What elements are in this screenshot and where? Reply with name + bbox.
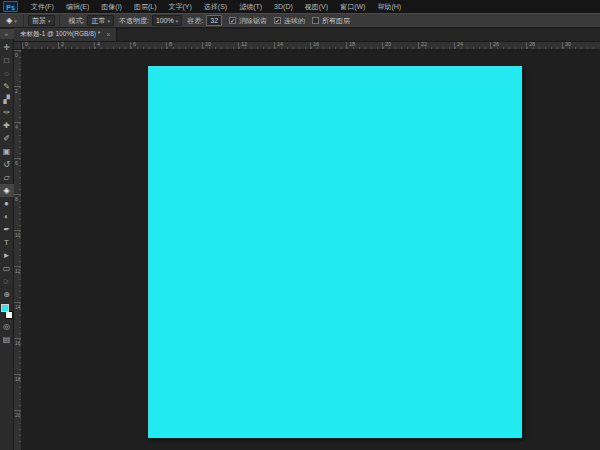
tool-icon: □ xyxy=(4,56,9,65)
tool-button-shape[interactable]: ▭ xyxy=(0,262,14,275)
tool-button-zoom[interactable]: ⊕ xyxy=(0,288,14,301)
document-tab[interactable]: 未标题-1 @ 100%(RGB/8) * × xyxy=(14,28,117,41)
ruler-tick-label: 18 xyxy=(15,376,21,382)
foreground-color-swatch[interactable] xyxy=(1,304,9,312)
ruler-tick: 20 xyxy=(382,42,418,50)
quick-mask-button[interactable]: ◎ xyxy=(0,320,14,333)
tolerance-label: 容差: xyxy=(187,16,203,26)
ruler-tick-label: 20 xyxy=(15,412,21,418)
checkbox-label: 消除锯齿 xyxy=(239,16,267,26)
ruler-tick-label: 4 xyxy=(15,124,18,130)
ruler-tick: 8 xyxy=(166,42,202,50)
ruler-tick-label: 26 xyxy=(493,42,499,47)
tool-button-move[interactable]: ✛ xyxy=(0,41,14,54)
tool-icon: ◐ xyxy=(4,212,9,221)
tool-button-eraser[interactable]: ▱ xyxy=(0,171,14,184)
menu-item[interactable]: 帮助(H) xyxy=(371,0,407,13)
vertical-ruler[interactable]: 0 2 4 6 8 10 12 14 16 18 20 xyxy=(14,50,22,450)
tool-icon: ↺ xyxy=(3,160,10,169)
tool-button-lasso[interactable]: ◌ xyxy=(0,67,14,80)
paint-bucket-tool-preset[interactable]: ◈ ▾ xyxy=(0,14,24,27)
tool-icon: ✚ xyxy=(3,121,10,130)
ruler-tick-label: 2 xyxy=(15,88,18,94)
menu-item[interactable]: 图层(L) xyxy=(128,0,163,13)
tool-button-paint-bucket[interactable]: ◈ xyxy=(0,184,14,197)
tool-icon: ► xyxy=(3,251,11,260)
ruler-tick-label: 6 xyxy=(133,42,136,47)
ruler-tick: 2 xyxy=(58,42,94,50)
ruler-tick: 22 xyxy=(418,42,454,50)
tool-icon: ✒ xyxy=(3,225,10,234)
tool-button-dodge[interactable]: ◐ xyxy=(0,210,14,223)
ruler-tick-label: 2 xyxy=(61,42,64,47)
tool-button-brush[interactable]: ✐ xyxy=(0,132,14,145)
canvas[interactable] xyxy=(148,66,522,438)
menu-item[interactable]: 编辑(E) xyxy=(60,0,95,13)
toolbar-collapse-button[interactable]: « xyxy=(0,29,14,39)
tool-button-blur[interactable]: ● xyxy=(0,197,14,210)
tool-icon: ☞ xyxy=(3,277,10,286)
ruler-tick: 12 xyxy=(14,266,22,302)
ruler-tick: 12 xyxy=(238,42,274,50)
checkbox-anti-alias[interactable]: ✓ 消除锯齿 xyxy=(229,16,267,26)
tool-icon: ✑ xyxy=(3,108,10,117)
ruler-tick: 0 xyxy=(14,50,22,86)
tool-icon: ▣ xyxy=(3,147,11,156)
checkbox-contiguous[interactable]: ✓ 连续的 xyxy=(274,16,305,26)
ruler-tick: 24 xyxy=(454,42,490,50)
mode-select[interactable]: 正常 ▾ xyxy=(87,15,114,26)
tolerance-input[interactable]: 32 xyxy=(206,15,222,26)
menu-item[interactable]: 选择(S) xyxy=(198,0,233,13)
ruler-tick-label: 16 xyxy=(313,42,319,47)
ruler-tick: 8 xyxy=(14,194,22,230)
ruler-tick: 30 xyxy=(562,42,598,50)
tool-button-path-selection[interactable]: ► xyxy=(0,249,14,262)
checkbox-all-layers[interactable]: 所有图层 xyxy=(312,16,350,26)
menu-item[interactable]: 视图(V) xyxy=(299,0,334,13)
opacity-select[interactable]: 100% ▾ xyxy=(152,15,182,26)
fill-source-value: 前景 xyxy=(32,16,46,26)
tool-icon: ⊕ xyxy=(3,290,10,299)
separator xyxy=(59,15,60,26)
work-area xyxy=(22,50,600,450)
tool-button-history-brush[interactable]: ↺ xyxy=(0,158,14,171)
menu-item[interactable]: 滤镜(T) xyxy=(233,0,268,13)
ruler-tick-label: 6 xyxy=(15,160,18,166)
tool-button-healing-brush[interactable]: ✚ xyxy=(0,119,14,132)
tool-icon: ▭ xyxy=(3,264,11,273)
tool-button-eyedropper[interactable]: ✑ xyxy=(0,106,14,119)
tool-button-quick-selection[interactable]: ✎ xyxy=(0,80,14,93)
chevron-down-icon: ▾ xyxy=(14,18,17,24)
horizontal-ruler[interactable]: 0 2 4 6 8 10 12 14 16 18 20 22 xyxy=(22,42,600,50)
photoshop-logo: Ps xyxy=(3,1,18,12)
ruler-tick: 14 xyxy=(14,302,22,338)
tool-button-crop[interactable]: ▞ xyxy=(0,93,14,106)
tool-icon: ✐ xyxy=(3,134,10,143)
tool-button-pen[interactable]: ✒ xyxy=(0,223,14,236)
menu-item[interactable]: 文字(Y) xyxy=(162,0,197,13)
menu-item[interactable]: 窗口(W) xyxy=(334,0,371,13)
mode-value: 正常 xyxy=(91,16,105,26)
tool-button-clone-stamp[interactable]: ▣ xyxy=(0,145,14,158)
ruler-tick-label: 28 xyxy=(529,42,535,47)
ruler-tick: 20 xyxy=(14,410,22,446)
ruler-tick: 16 xyxy=(310,42,346,50)
ruler-tick-label: 12 xyxy=(241,42,247,47)
ruler-tick-label: 14 xyxy=(15,304,21,310)
tool-button-marquee[interactable]: □ xyxy=(0,54,14,67)
fill-source-select[interactable]: 前景 ▾ xyxy=(28,15,55,26)
tool-button-type[interactable]: T xyxy=(0,236,14,249)
menu-item[interactable]: 图像(I) xyxy=(95,0,128,13)
menu-item[interactable]: 文件(F) xyxy=(25,0,60,13)
ruler-corner[interactable] xyxy=(14,42,22,50)
tool-button-hand[interactable]: ☞ xyxy=(0,275,14,288)
background-color-swatch[interactable] xyxy=(5,311,13,319)
ruler-tick: 14 xyxy=(274,42,310,50)
tool-icon: ▞ xyxy=(3,95,9,104)
close-icon[interactable]: × xyxy=(106,31,110,38)
screen-mode-button[interactable]: ▤ xyxy=(0,333,14,346)
tool-icon: T xyxy=(4,238,9,247)
menu-item[interactable]: 3D(D) xyxy=(268,0,299,13)
ruler-tick-label: 30 xyxy=(565,42,571,47)
tool-icon: ▱ xyxy=(3,173,9,182)
